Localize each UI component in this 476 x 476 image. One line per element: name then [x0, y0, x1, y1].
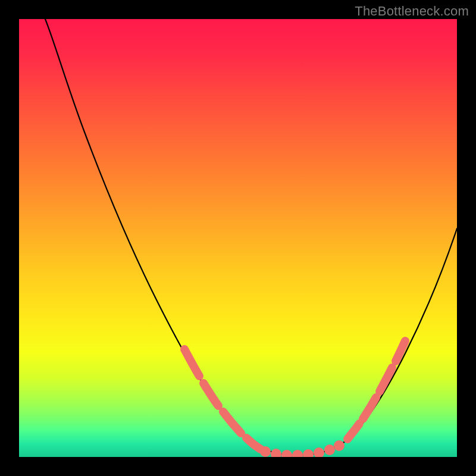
- chart-frame: TheBottleneck.com: [0, 0, 476, 476]
- floor-dot: [324, 444, 335, 455]
- floor-dots: [260, 440, 345, 457]
- right-highlight-group: [347, 341, 405, 439]
- floor-dot: [281, 450, 292, 457]
- right-highlight-seg: [363, 397, 376, 419]
- plot-area: [19, 19, 457, 457]
- floor-dot: [314, 447, 324, 457]
- left-highlight-seg: [223, 412, 241, 433]
- floor-dot: [303, 449, 314, 457]
- floor-dot: [292, 450, 303, 457]
- left-highlight-seg: [184, 349, 199, 376]
- chart-svg: [19, 19, 457, 457]
- right-highlight-seg: [347, 424, 359, 439]
- left-highlight-seg: [246, 438, 261, 449]
- watermark-text: TheBottleneck.com: [355, 4, 469, 19]
- floor-dot: [260, 446, 271, 457]
- left-highlight-group: [184, 349, 261, 449]
- floor-dot: [334, 440, 345, 451]
- left-highlight-seg: [203, 383, 218, 406]
- right-highlight-seg: [380, 368, 392, 392]
- floor-dot: [271, 449, 281, 457]
- bottleneck-curve: [45, 19, 457, 455]
- right-highlight-seg: [396, 341, 405, 361]
